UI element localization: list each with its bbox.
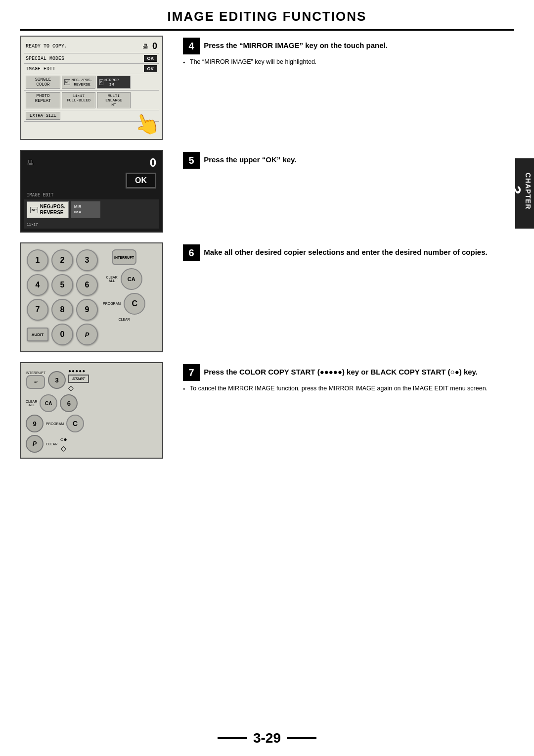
sub-functions-label: Image editing functions [495,166,500,224]
key-4[interactable]: 4 [27,274,48,296]
multi-enlarge-btn[interactable]: MULTIENLARGENT [97,92,131,108]
keypad-num-area: 1 2 3 4 5 6 7 8 9 [27,249,98,345]
small-keypad-left: INTERRUPT ↩ 3 ●●●●● START ◇ CLEARALL [26,368,89,453]
btn-row2: PHOTO REPEAT 11×17FULL-BLEED MULTIENLARG… [24,91,159,110]
step6-badge: 6 [183,244,200,261]
key-1[interactable]: 1 [27,249,48,271]
step4-badge: 4 [183,38,200,54]
keypad-inner: 1 2 3 4 5 6 7 8 9 [27,249,156,345]
key-5[interactable]: 5 [51,274,73,296]
interrupt-sm-label: INTERRUPT [26,371,45,375]
small-row3: 9 PROGRAM C [26,415,89,432]
clear-all-label: CLEARALL [106,276,117,283]
interrupt-btn[interactable]: INTERRUPT [112,249,136,265]
c-sm-btn[interactable]: C [66,415,84,432]
program-area: P [76,324,98,345]
key-sm-3[interactable]: 3 [48,371,66,389]
keypad-right-area: INTERRUPT CLEARALL CA PROGRAM [103,249,145,345]
small-row2: CLEARALL CA 6 [26,394,89,412]
key-sm-6[interactable]: 6 [60,394,78,412]
step7-title: 7 Press the COLOR COPY START (●●●●●) key… [183,364,514,381]
step4-diagram: READY TO COPY. 🖶 0 SPECIAL MODES OK IMAG… [20,36,173,140]
c-btn[interactable]: C [124,293,145,315]
page-number-box: 3-29 [218,730,316,746]
clear-all-area: CLEARALL [106,276,117,283]
step4-section: READY TO COPY. 🖶 0 SPECIAL MODES OK IMAG… [20,36,514,140]
small-row4: P CLEAR ○● ◇ [26,435,89,453]
step5-title: 5 Press the upper “OK” key. [183,152,514,169]
bw-start-area: ○● ◇ [60,436,67,452]
step5-instruction: 5 Press the upper “OK” key. [183,150,514,173]
key-3[interactable]: 3 [76,249,98,271]
key-2[interactable]: 2 [51,249,73,271]
screen2-extra-text: 11×17 [27,222,38,227]
screen2-ok-area: OK [24,172,159,190]
program-label-area: PROGRAM [103,302,121,306]
chapter-label: CHAPTER [524,173,532,210]
key-8[interactable]: 8 [51,299,73,321]
special-ok-btn[interactable]: OK [144,55,158,62]
key-9[interactable]: 9 [76,299,98,321]
extra-size-btn[interactable]: EXTRA SIZE [26,112,60,120]
clear-sm-label: CLEAR [46,442,57,446]
keypad-row1: 1 2 3 [27,249,98,271]
key-audit[interactable]: AUDIT [27,328,48,341]
zero-display: 0 [152,41,157,51]
fullbleed-btn[interactable]: 11×17FULL-BLEED [62,92,95,108]
page-footer: 3-29 [0,730,534,746]
special-modes-label: SPECIAL MODES [26,56,142,61]
ca-sm-btn[interactable]: CA [40,394,57,412]
image-edit-status-label: IMAGE EDIT [27,192,53,197]
printer-icon2: 🖶 [27,159,34,167]
image-edit-label: IMAGE EDIT [26,66,142,72]
start-btn[interactable]: START [68,375,89,383]
zero-display2: 0 [150,156,156,170]
ca-clear-all-row: CLEARALL CA [106,268,142,290]
mirror-large-btn[interactable]: MIRIMA [71,201,100,218]
keypad-row2: 4 5 6 [27,274,98,296]
screen2-ok-btn[interactable]: OK [126,173,156,189]
single-color-btn[interactable]: SINGLE COLOR [26,76,60,89]
interrupt-sm-btn[interactable]: ↩ [26,375,45,389]
step4-instruction: 4 Press the “MIRROR IMAGE” key on the to… [183,36,514,65]
key-0[interactable]: 0 [51,324,73,345]
step7-diagram: INTERRUPT ↩ 3 ●●●●● START ◇ CLEARALL [20,362,173,459]
special-modes-row: SPECIAL MODES OK [24,53,159,64]
step5-badge: 5 [183,152,200,169]
step7-instruction: 7 Press the COLOR COPY START (●●●●●) key… [183,362,514,392]
step7-section: INTERRUPT ↩ 3 ●●●●● START ◇ CLEARALL [20,362,514,459]
ca-btn[interactable]: CA [121,268,142,290]
page-title: IMAGE EDITING FUNCTIONS [20,9,514,24]
page-line-right [287,737,316,739]
keypad-row3: 7 8 9 [27,299,98,321]
key-sm-9[interactable]: 9 [26,415,44,432]
color-dots-display: ●●●●● [68,368,86,374]
neg-pos-large-btn[interactable]: NP NEG./POS.REVERSE [27,201,69,218]
bw-symbol: ○● [60,436,67,443]
color-start-area: ●●●●● START ◇ [68,368,89,392]
page-number: 3-29 [249,730,285,746]
neg-pos-btn[interactable]: NP NEG./POS.REVERSE [62,76,95,89]
chapter-side-tab: CHAPTER 3 SPECIAL FUNCTIONS Image editin… [515,158,534,229]
step4-title: 4 Press the “MIRROR IMAGE” key on the to… [183,38,514,54]
key-7[interactable]: 7 [27,299,48,321]
photo-repeat-btn[interactable]: PHOTO REPEAT [26,92,60,108]
step5-section: 🖶 0 OK IMAGE EDIT NP NEG./POS.REVERSE MI… [20,150,514,233]
screen2-top-bar: 🖶 0 [24,154,159,172]
program-sm-label: PROGRAM [46,422,64,425]
key-6[interactable]: 6 [76,274,98,296]
key-sm-p[interactable]: P [26,435,44,453]
keypad-mockup: 1 2 3 4 5 6 7 8 9 [20,242,163,352]
chapter-number: 3 [506,186,524,195]
image-edit-ok-btn[interactable]: OK [144,65,158,72]
printer-icon: 🖶 [142,43,148,50]
special-functions-label: SPECIAL FUNCTIONS [500,163,506,223]
step5-diagram: 🖶 0 OK IMAGE EDIT NP NEG./POS.REVERSE MI… [20,150,173,233]
screen2-mockup: 🖶 0 OK IMAGE EDIT NP NEG./POS.REVERSE MI… [20,150,163,233]
step6-instruction: 6 Make all other desired copier selectio… [183,242,514,265]
ready-text: READY TO COPY. [26,44,140,49]
key-p[interactable]: P [76,324,98,345]
ready-row: READY TO COPY. 🖶 0 [24,40,159,53]
keypad-small-mockup: INTERRUPT ↩ 3 ●●●●● START ◇ CLEARALL [20,362,163,459]
mirror-btn[interactable]: M MIRRORIM [97,76,131,89]
